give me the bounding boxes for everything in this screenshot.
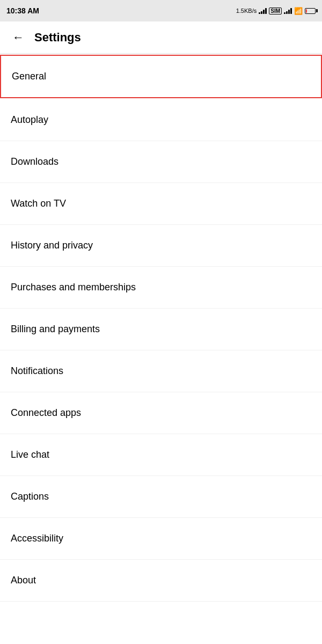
signal-bars-2	[284, 8, 292, 14]
back-arrow-icon: ←	[12, 31, 24, 45]
wifi-icon: 📶	[294, 7, 303, 15]
status-icons-group: 1.5KB/s SIM 📶	[236, 7, 316, 15]
settings-item-notifications[interactable]: Notifications	[0, 350, 322, 392]
page-title: Settings	[34, 31, 81, 45]
sim-icon: SIM	[269, 8, 282, 14]
signal-bars-1	[259, 8, 267, 14]
settings-list: GeneralAutoplayDownloadsWatch on TVHisto…	[0, 55, 322, 602]
settings-item-accessibility[interactable]: Accessibility	[0, 518, 322, 560]
settings-item-autoplay[interactable]: Autoplay	[0, 99, 322, 141]
network-speed: 1.5KB/s	[236, 8, 257, 14]
back-button[interactable]: ←	[9, 28, 28, 47]
toolbar: ← Settings	[0, 21, 322, 54]
settings-item-general[interactable]: General	[0, 55, 322, 98]
settings-item-billing-and-payments[interactable]: Billing and payments	[0, 309, 322, 350]
status-time: 10:38 AM	[6, 6, 39, 15]
settings-item-history-and-privacy[interactable]: History and privacy	[0, 225, 322, 267]
settings-item-about[interactable]: About	[0, 560, 322, 602]
battery-icon	[305, 8, 316, 14]
settings-item-purchases-and-memberships[interactable]: Purchases and memberships	[0, 267, 322, 309]
settings-item-watch-on-tv[interactable]: Watch on TV	[0, 183, 322, 225]
settings-item-connected-apps[interactable]: Connected apps	[0, 392, 322, 434]
settings-item-captions[interactable]: Captions	[0, 476, 322, 518]
settings-item-downloads[interactable]: Downloads	[0, 141, 322, 183]
status-bar: 10:38 AM 1.5KB/s SIM 📶	[0, 0, 322, 21]
settings-item-live-chat[interactable]: Live chat	[0, 434, 322, 476]
